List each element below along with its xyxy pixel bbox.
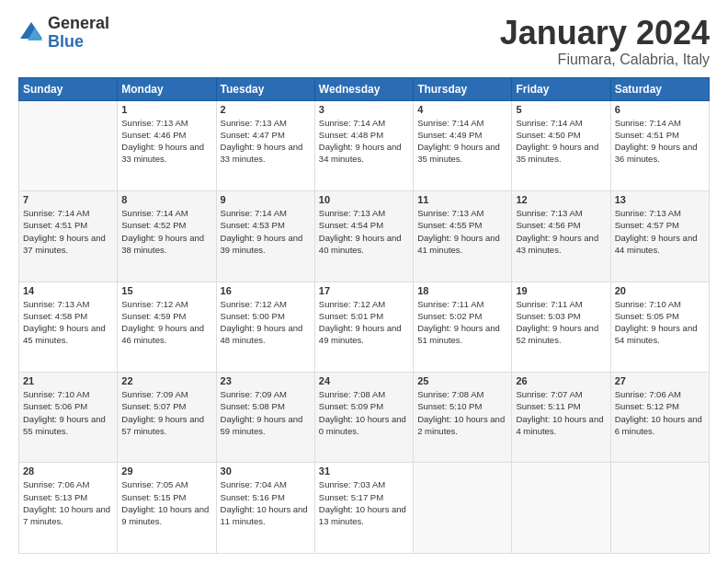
day-number: 31 [319, 465, 409, 477]
col-monday: Monday [118, 77, 216, 100]
sunset-text: Sunset: 4:53 PM [221, 220, 285, 230]
daylight-text: Daylight: 10 hours and 0 minutes. [319, 414, 406, 436]
day-number: 2 [221, 104, 311, 115]
sunrise-text: Sunrise: 7:11 AM [516, 299, 582, 309]
day-cell: 5 Sunrise: 7:14 AM Sunset: 4:50 PM Dayli… [512, 100, 610, 190]
day-cell: 25 Sunrise: 7:08 AM Sunset: 5:10 PM Dayl… [414, 373, 512, 463]
day-info: Sunrise: 7:13 AM Sunset: 4:57 PM Dayligh… [615, 207, 705, 256]
day-cell: 18 Sunrise: 7:11 AM Sunset: 5:02 PM Dayl… [414, 282, 512, 372]
day-cell: 11 Sunrise: 7:13 AM Sunset: 4:55 PM Dayl… [414, 191, 512, 282]
sunrise-text: Sunrise: 7:13 AM [516, 208, 582, 218]
sunrise-text: Sunrise: 7:09 AM [221, 389, 287, 399]
day-number: 24 [319, 375, 409, 386]
day-info: Sunrise: 7:08 AM Sunset: 5:10 PM Dayligh… [417, 388, 507, 437]
day-number: 21 [23, 375, 113, 386]
sunrise-text: Sunrise: 7:13 AM [319, 208, 385, 218]
logo-icon [18, 20, 44, 46]
day-info: Sunrise: 7:14 AM Sunset: 4:48 PM Dayligh… [319, 117, 409, 166]
logo-text: General Blue [48, 15, 109, 52]
day-info: Sunrise: 7:10 AM Sunset: 5:06 PM Dayligh… [23, 388, 113, 437]
day-info: Sunrise: 7:09 AM Sunset: 5:08 PM Dayligh… [221, 388, 311, 437]
sunset-text: Sunset: 4:50 PM [516, 130, 580, 140]
calendar-table: Sunday Monday Tuesday Wednesday Thursday… [18, 77, 710, 554]
sunset-text: Sunset: 5:09 PM [319, 401, 383, 411]
sunrise-text: Sunrise: 7:10 AM [615, 299, 681, 309]
day-number: 13 [615, 194, 705, 205]
day-info: Sunrise: 7:14 AM Sunset: 4:49 PM Dayligh… [417, 117, 507, 166]
day-info: Sunrise: 7:13 AM Sunset: 4:54 PM Dayligh… [319, 207, 409, 256]
month-title: January 2024 [500, 15, 710, 52]
day-number: 25 [417, 375, 507, 386]
day-cell: 20 Sunrise: 7:10 AM Sunset: 5:05 PM Dayl… [610, 282, 709, 372]
day-number: 28 [23, 465, 113, 477]
day-info: Sunrise: 7:12 AM Sunset: 5:00 PM Dayligh… [221, 298, 311, 347]
daylight-text: Daylight: 10 hours and 7 minutes. [23, 504, 110, 526]
sunrise-text: Sunrise: 7:08 AM [319, 389, 385, 399]
sunrise-text: Sunrise: 7:11 AM [417, 299, 483, 309]
day-cell: 19 Sunrise: 7:11 AM Sunset: 5:03 PM Dayl… [512, 282, 610, 372]
daylight-text: Daylight: 9 hours and 33 minutes. [121, 142, 204, 164]
logo-general: General [48, 15, 109, 33]
sunset-text: Sunset: 5:15 PM [121, 492, 186, 502]
daylight-text: Daylight: 9 hours and 43 minutes. [516, 233, 598, 255]
day-cell [512, 463, 610, 554]
col-thursday: Thursday [414, 77, 512, 100]
sunset-text: Sunset: 5:10 PM [417, 401, 482, 411]
day-cell: 14 Sunrise: 7:13 AM Sunset: 4:58 PM Dayl… [19, 282, 118, 372]
sunrise-text: Sunrise: 7:09 AM [121, 389, 188, 399]
day-info: Sunrise: 7:13 AM Sunset: 4:46 PM Dayligh… [121, 117, 211, 166]
sunrise-text: Sunrise: 7:14 AM [319, 118, 385, 128]
day-cell: 8 Sunrise: 7:14 AM Sunset: 4:52 PM Dayli… [118, 191, 216, 282]
day-info: Sunrise: 7:06 AM Sunset: 5:12 PM Dayligh… [615, 388, 705, 437]
sunset-text: Sunset: 4:58 PM [23, 311, 87, 321]
sunset-text: Sunset: 5:16 PM [221, 492, 285, 502]
daylight-text: Daylight: 9 hours and 38 minutes. [121, 233, 204, 255]
sunrise-text: Sunrise: 7:04 AM [221, 479, 287, 489]
sunset-text: Sunset: 5:02 PM [417, 311, 482, 321]
day-cell: 6 Sunrise: 7:14 AM Sunset: 4:51 PM Dayli… [610, 100, 709, 190]
daylight-text: Daylight: 9 hours and 46 minutes. [121, 323, 204, 345]
daylight-text: Daylight: 9 hours and 54 minutes. [615, 323, 698, 345]
day-cell: 21 Sunrise: 7:10 AM Sunset: 5:06 PM Dayl… [19, 373, 118, 463]
daylight-text: Daylight: 9 hours and 41 minutes. [417, 233, 500, 255]
day-number: 17 [319, 285, 409, 296]
week-row-2: 7 Sunrise: 7:14 AM Sunset: 4:51 PM Dayli… [19, 191, 710, 282]
daylight-text: Daylight: 10 hours and 11 minutes. [221, 504, 308, 526]
day-number: 10 [319, 194, 409, 205]
sunrise-text: Sunrise: 7:13 AM [221, 118, 287, 128]
day-info: Sunrise: 7:13 AM Sunset: 4:56 PM Dayligh… [516, 207, 606, 256]
title-area: January 2024 Fiumara, Calabria, Italy [500, 15, 710, 68]
sunrise-text: Sunrise: 7:14 AM [23, 208, 89, 218]
day-info: Sunrise: 7:05 AM Sunset: 5:15 PM Dayligh… [121, 478, 211, 527]
day-number: 15 [121, 285, 211, 296]
day-number: 19 [516, 285, 606, 296]
daylight-text: Daylight: 9 hours and 37 minutes. [23, 233, 106, 255]
col-friday: Friday [512, 77, 610, 100]
day-info: Sunrise: 7:12 AM Sunset: 4:59 PM Dayligh… [121, 298, 211, 347]
sunrise-text: Sunrise: 7:13 AM [615, 208, 681, 218]
sunset-text: Sunset: 5:11 PM [516, 401, 580, 411]
day-number: 16 [221, 285, 311, 296]
header-row: Sunday Monday Tuesday Wednesday Thursday… [19, 77, 710, 100]
daylight-text: Daylight: 9 hours and 49 minutes. [319, 323, 402, 345]
day-cell: 23 Sunrise: 7:09 AM Sunset: 5:08 PM Dayl… [216, 373, 314, 463]
day-info: Sunrise: 7:11 AM Sunset: 5:02 PM Dayligh… [417, 298, 507, 347]
sunset-text: Sunset: 4:51 PM [23, 220, 87, 230]
day-number: 29 [121, 465, 211, 477]
day-cell: 22 Sunrise: 7:09 AM Sunset: 5:07 PM Dayl… [118, 373, 216, 463]
sunset-text: Sunset: 4:52 PM [121, 220, 186, 230]
daylight-text: Daylight: 9 hours and 52 minutes. [516, 323, 598, 345]
sunrise-text: Sunrise: 7:13 AM [121, 118, 188, 128]
day-number: 14 [23, 285, 113, 296]
daylight-text: Daylight: 9 hours and 36 minutes. [615, 142, 698, 164]
day-info: Sunrise: 7:07 AM Sunset: 5:11 PM Dayligh… [516, 388, 606, 437]
day-info: Sunrise: 7:10 AM Sunset: 5:05 PM Dayligh… [615, 298, 705, 347]
sunrise-text: Sunrise: 7:13 AM [417, 208, 483, 218]
day-number: 23 [221, 375, 311, 386]
col-sunday: Sunday [19, 77, 118, 100]
day-cell: 24 Sunrise: 7:08 AM Sunset: 5:09 PM Dayl… [314, 373, 413, 463]
day-number: 9 [221, 194, 311, 205]
day-cell: 7 Sunrise: 7:14 AM Sunset: 4:51 PM Dayli… [19, 191, 118, 282]
daylight-text: Daylight: 9 hours and 35 minutes. [516, 142, 598, 164]
day-number: 8 [121, 194, 211, 205]
